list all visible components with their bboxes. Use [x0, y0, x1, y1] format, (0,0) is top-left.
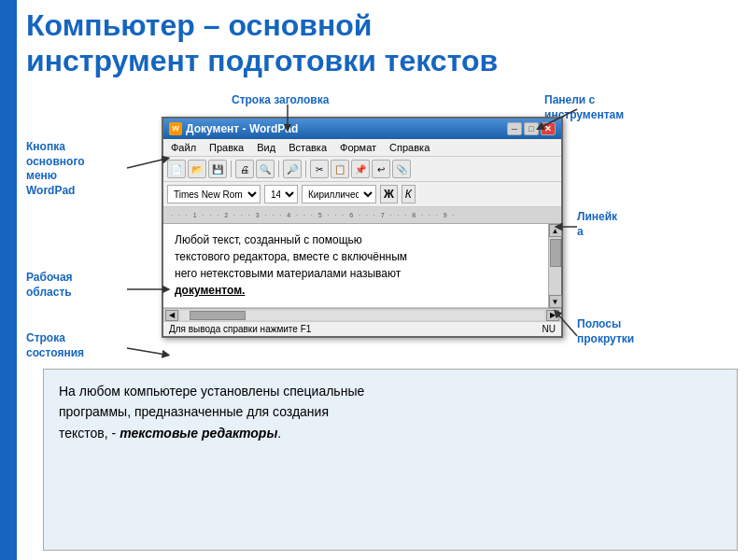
wordpad-menubar: Файл Правка Вид Вставка Формат Справка — [163, 139, 561, 157]
open-button[interactable]: 📂 — [188, 160, 206, 178]
encoding-select[interactable]: Кириллический — [302, 185, 376, 203]
wordpad-window: W Документ - WordPad ─ □ ✕ Файл Правка В… — [162, 117, 563, 338]
info-box: На любом компьютере установлены специаль… — [43, 369, 738, 551]
status-text: Для вывода справки нажмите F1 — [169, 324, 311, 334]
wordpad-titlebar: W Документ - WordPad ─ □ ✕ — [163, 119, 561, 139]
scroll-up-arrow[interactable]: ▲ — [549, 224, 562, 237]
minimize-button[interactable]: ─ — [507, 122, 522, 135]
scroll-right-arrow[interactable]: ▶ — [546, 310, 559, 321]
horizontal-scrollbar[interactable]: ◀ ▶ — [163, 308, 561, 321]
scroll-down-arrow[interactable]: ▼ — [549, 295, 562, 308]
wordpad-statusbar: Для вывода справки нажмите F1 NU — [163, 321, 561, 336]
paste-button[interactable]: 📌 — [351, 160, 370, 178]
toolbar-separator-3 — [305, 161, 306, 177]
menu-edit[interactable]: Правка — [205, 141, 247, 154]
doc-text: Любой текст, созданный с помощью текстов… — [175, 231, 537, 300]
label-title-bar: Строка заголовка — [232, 93, 329, 108]
print-button[interactable]: 🖨 — [235, 160, 254, 178]
menu-help[interactable]: Справка — [386, 141, 433, 154]
info-text-bold-italic: текстовые редакторы — [120, 426, 277, 441]
save-button[interactable]: 💾 — [208, 160, 227, 178]
vertical-scrollbar[interactable]: ▲ ▼ — [548, 224, 561, 308]
italic-button[interactable]: К — [402, 185, 416, 203]
wordpad-app-icon: W — [169, 122, 182, 135]
svg-line-2 — [127, 159, 166, 168]
toolbar-separator-1 — [231, 161, 232, 177]
wordpad-doc-area[interactable]: Любой текст, созданный с помощью текстов… — [163, 224, 548, 308]
title-area: Компьютер – основной инструмент подготов… — [26, 7, 738, 79]
info-text-part2: . — [277, 426, 281, 441]
font-select[interactable]: Times New Roman — [167, 185, 261, 203]
label-menu-button: Кнопка основного меню WordPad — [26, 140, 124, 198]
menu-insert[interactable]: Вставка — [285, 141, 331, 154]
status-right: NU — [543, 324, 556, 334]
label-ruler: Линейк а — [577, 210, 617, 239]
wordpad-ruler: · · · 1 · · · 2 · · · 3 · · · 4 · · · 5 … — [163, 207, 561, 224]
menu-format[interactable]: Формат — [336, 141, 380, 154]
new-button[interactable]: 📄 — [167, 160, 186, 178]
close-button[interactable]: ✕ — [541, 122, 556, 135]
hscroll-track — [180, 311, 544, 320]
wordpad-title-section: W Документ - WordPad — [169, 122, 298, 135]
hscroll-thumb[interactable] — [190, 311, 246, 320]
toolbar-separator-2 — [278, 161, 279, 177]
label-work-area: Рабочая область — [26, 271, 124, 300]
scroll-left-arrow[interactable]: ◀ — [165, 310, 178, 321]
label-status-line: Строка состояния — [26, 331, 124, 360]
wordpad-toolbar: 📄 📂 💾 🖨 🔍 🔎 ✂ 📋 📌 ↩ 📎 — [163, 157, 561, 182]
wordpad-title-text: Документ - WordPad — [186, 122, 298, 135]
left-accent-bar — [0, 0, 17, 560]
find-button[interactable]: 🔎 — [283, 160, 302, 178]
menu-view[interactable]: Вид — [253, 141, 279, 154]
bold-button[interactable]: Ж — [380, 185, 398, 203]
page-title: Компьютер – основной инструмент подготов… — [26, 7, 738, 79]
svg-line-5 — [127, 348, 166, 355]
scroll-thumb[interactable] — [550, 239, 561, 267]
main-content: Кнопка основного меню WordPad Рабочая об… — [17, 89, 747, 560]
ruler-marks: · · · 1 · · · 2 · · · 3 · · · 4 · · · 5 … — [167, 212, 557, 219]
undo-button[interactable]: ↩ — [372, 160, 390, 178]
label-scroll-bars: Полосы прокрутки — [577, 317, 634, 346]
cut-button[interactable]: ✂ — [310, 160, 329, 178]
redo-button[interactable]: 📎 — [392, 160, 411, 178]
menu-file[interactable]: Файл — [167, 141, 200, 154]
print-preview-button[interactable]: 🔍 — [256, 160, 275, 178]
copy-button[interactable]: 📋 — [331, 160, 349, 178]
wordpad-formatbar: Times New Roman 14 Кириллический Ж К — [163, 182, 561, 207]
font-size-select[interactable]: 14 — [264, 185, 298, 203]
maximize-button[interactable]: □ — [524, 122, 539, 135]
window-controls[interactable]: ─ □ ✕ — [507, 122, 556, 135]
wordpad-doc-container: Любой текст, созданный с помощью текстов… — [163, 224, 561, 308]
